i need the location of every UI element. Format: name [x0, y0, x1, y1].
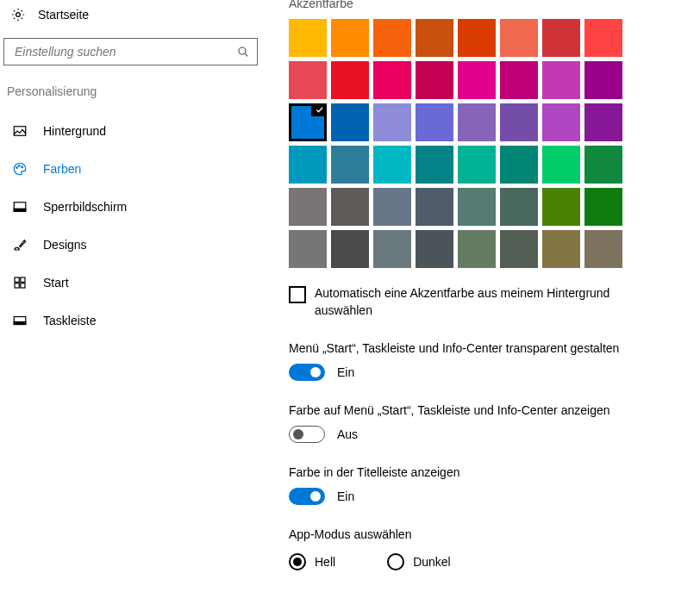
color-swatch[interactable]	[584, 188, 622, 226]
sidebar-item-label: Farben	[43, 162, 81, 176]
lockscreen-icon	[12, 199, 28, 215]
svg-rect-9	[21, 277, 25, 282]
color-swatch[interactable]	[331, 230, 369, 268]
home-link-label: Startseite	[38, 8, 89, 22]
color-swatch[interactable]	[416, 188, 453, 226]
color-swatch[interactable]	[458, 103, 496, 141]
color-swatch[interactable]	[584, 146, 622, 184]
color-swatch[interactable]	[542, 61, 580, 99]
search-input-wrap	[3, 38, 258, 65]
color-swatch[interactable]	[416, 230, 453, 268]
auto-accent-label: Automatisch eine Akzentfarbe aus meinem …	[315, 285, 659, 319]
sidebar-item-designs[interactable]: Designs	[3, 226, 261, 264]
check-icon	[311, 103, 327, 116]
color-swatch[interactable]	[289, 19, 327, 57]
auto-accent-checkbox[interactable]	[289, 286, 306, 303]
search-icon[interactable]	[236, 45, 250, 59]
color-swatch[interactable]	[416, 103, 453, 141]
transparency-label: Menü „Start“, Taskleiste und Info-Center…	[289, 341, 690, 355]
accent-color-heading: Akzentfarbe	[289, 0, 690, 10]
section-label: Personalisierung	[7, 84, 261, 98]
color-swatch[interactable]	[373, 230, 411, 268]
svg-rect-7	[14, 209, 26, 211]
svg-point-5	[22, 166, 23, 168]
app-mode-label: App-Modus auswählen	[289, 527, 690, 541]
color-swatch[interactable]	[289, 103, 327, 141]
color-swatch[interactable]	[373, 19, 411, 57]
brush-icon	[12, 237, 28, 252]
sidebar-item-start[interactable]: Start	[3, 264, 261, 302]
sidebar-item-hintergrund[interactable]: Hintergrund	[3, 112, 261, 150]
color-swatch[interactable]	[373, 146, 411, 184]
color-swatch[interactable]	[584, 103, 622, 141]
sidebar-item-label: Designs	[43, 238, 87, 252]
color-swatch[interactable]	[331, 146, 369, 184]
color-swatch[interactable]	[542, 103, 580, 141]
color-swatch[interactable]	[458, 230, 496, 268]
app-mode-dark-label: Dunkel	[413, 555, 451, 569]
color-swatch[interactable]	[458, 61, 496, 99]
color-swatch[interactable]	[331, 188, 369, 226]
gear-icon	[10, 7, 26, 22]
color-swatch[interactable]	[458, 146, 496, 184]
search-input[interactable]	[13, 44, 236, 59]
color-swatch[interactable]	[331, 61, 369, 99]
color-swatch[interactable]	[373, 188, 411, 226]
sidebar-item-farben[interactable]: Farben	[3, 150, 261, 188]
home-link[interactable]: Startseite	[3, 3, 261, 26]
sidebar-item-label: Taskleiste	[43, 314, 96, 327]
color-swatch[interactable]	[542, 230, 580, 268]
color-swatch[interactable]	[331, 19, 369, 57]
app-mode-light-label: Hell	[315, 555, 335, 569]
color-swatch[interactable]	[458, 188, 496, 226]
palette-icon	[12, 161, 28, 177]
color-swatch[interactable]	[289, 230, 327, 268]
app-mode-dark-radio[interactable]	[387, 553, 404, 570]
color-swatch[interactable]	[542, 188, 580, 226]
color-swatch[interactable]	[500, 61, 538, 99]
settings-main: Akzentfarbe Automatisch eine Akzentfarbe…	[261, 0, 700, 592]
color-swatch[interactable]	[500, 146, 538, 184]
color-swatch[interactable]	[500, 103, 538, 141]
sidebar-item-sperrbildschirm[interactable]: Sperrbildschirm	[3, 188, 261, 226]
svg-rect-11	[21, 284, 25, 288]
transparency-state: Ein	[337, 365, 354, 379]
sidebar-item-taskleiste[interactable]: Taskleiste	[3, 302, 261, 340]
transparency-toggle[interactable]	[289, 364, 325, 381]
show-color-label: Farbe auf Menü „Start“, Taskleiste und I…	[289, 403, 690, 417]
sidebar-item-label: Hintergrund	[43, 124, 106, 138]
color-swatch[interactable]	[416, 146, 453, 184]
svg-point-4	[18, 165, 20, 166]
titlebar-toggle[interactable]	[289, 488, 325, 505]
color-swatch[interactable]	[500, 230, 538, 268]
svg-point-3	[16, 167, 18, 169]
color-swatch[interactable]	[373, 61, 411, 99]
start-icon	[12, 275, 28, 290]
color-swatch[interactable]	[416, 61, 453, 99]
color-swatch[interactable]	[458, 19, 496, 57]
settings-sidebar: Startseite Personalisierung Hintergrund	[0, 0, 261, 592]
titlebar-label: Farbe in der Titelleiste anzeigen	[289, 465, 690, 479]
color-swatch[interactable]	[289, 61, 327, 99]
titlebar-state: Ein	[337, 489, 354, 503]
svg-point-1	[239, 47, 246, 54]
taskbar-icon	[12, 313, 28, 328]
color-swatch[interactable]	[542, 146, 580, 184]
color-swatch[interactable]	[289, 188, 327, 226]
color-swatch[interactable]	[373, 103, 411, 141]
color-swatch[interactable]	[542, 19, 580, 57]
color-swatch[interactable]	[500, 19, 538, 57]
svg-rect-13	[14, 322, 26, 325]
color-swatch[interactable]	[584, 61, 622, 99]
show-color-toggle[interactable]	[289, 426, 325, 443]
color-swatch[interactable]	[416, 19, 453, 57]
accent-color-palette	[289, 19, 690, 268]
color-swatch[interactable]	[331, 103, 369, 141]
color-swatch[interactable]	[289, 146, 327, 184]
color-swatch[interactable]	[584, 19, 622, 57]
sidebar-item-label: Start	[43, 276, 69, 290]
color-swatch[interactable]	[500, 188, 538, 226]
app-mode-light-radio[interactable]	[289, 553, 306, 570]
color-swatch[interactable]	[584, 230, 622, 268]
svg-point-0	[16, 13, 21, 17]
